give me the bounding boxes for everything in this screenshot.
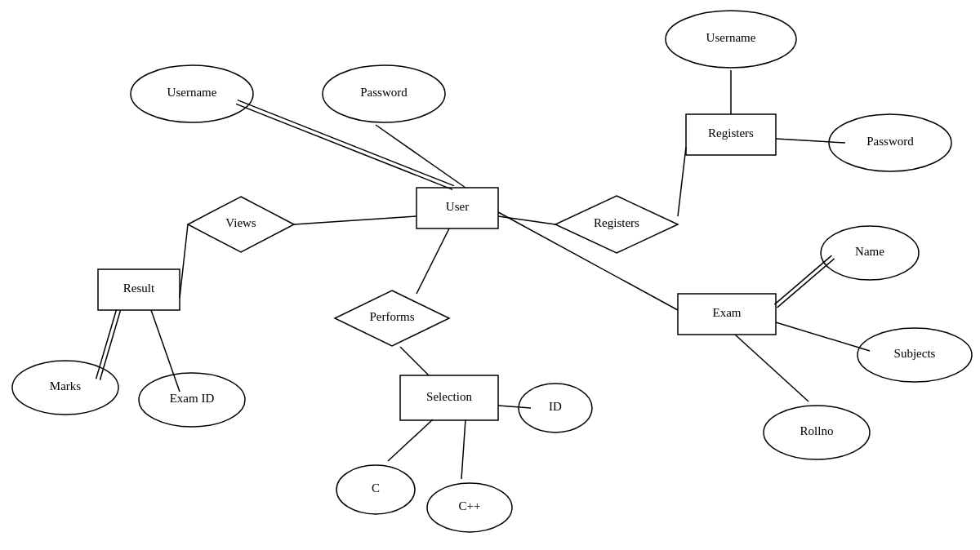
svg-text:Exam: Exam <box>713 306 742 319</box>
svg-line-7 <box>151 310 180 392</box>
svg-text:Name: Name <box>855 245 884 258</box>
svg-text:Selection: Selection <box>426 390 472 403</box>
svg-text:Registers: Registers <box>594 216 639 229</box>
svg-text:Registers: Registers <box>708 126 754 140</box>
svg-line-14 <box>498 212 678 310</box>
svg-text:Views: Views <box>225 216 256 229</box>
svg-text:C++: C++ <box>459 499 481 512</box>
svg-text:Username: Username <box>167 86 217 99</box>
svg-line-19 <box>498 406 531 408</box>
svg-line-16 <box>774 255 831 304</box>
svg-line-9 <box>678 147 686 216</box>
svg-line-21 <box>461 419 466 479</box>
svg-line-18 <box>735 335 808 401</box>
svg-line-5 <box>96 309 117 379</box>
svg-text:User: User <box>446 200 469 213</box>
svg-line-17 <box>776 322 870 351</box>
svg-text:Exam ID: Exam ID <box>170 392 215 405</box>
svg-line-15 <box>777 259 835 308</box>
svg-line-2 <box>376 125 466 188</box>
svg-line-1 <box>238 100 454 186</box>
svg-text:Result: Result <box>123 282 155 295</box>
svg-text:Username: Username <box>706 31 756 44</box>
svg-line-20 <box>388 419 433 461</box>
er-diagram: UsernamePasswordMarksExam IDUsernamePass… <box>0 0 980 550</box>
svg-text:Rollno: Rollno <box>800 424 834 437</box>
svg-line-12 <box>416 228 449 294</box>
svg-line-4 <box>180 224 188 298</box>
er-diagram-svg: UsernamePasswordMarksExam IDUsernamePass… <box>0 0 980 550</box>
svg-text:Performs: Performs <box>370 310 415 323</box>
svg-line-3 <box>294 216 416 224</box>
svg-text:Marks: Marks <box>50 379 81 393</box>
svg-line-13 <box>400 347 429 375</box>
svg-text:Password: Password <box>866 135 914 148</box>
svg-text:Password: Password <box>360 86 408 99</box>
svg-text:C: C <box>372 481 380 495</box>
svg-line-6 <box>100 311 120 380</box>
svg-line-11 <box>776 139 845 143</box>
svg-text:ID: ID <box>549 400 562 413</box>
svg-text:Subjects: Subjects <box>894 347 936 360</box>
